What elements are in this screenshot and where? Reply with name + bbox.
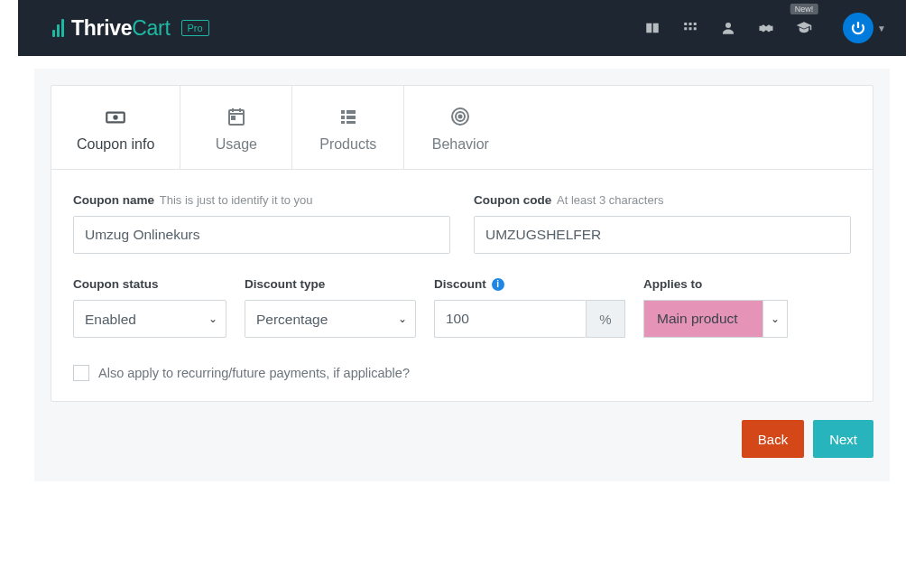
ticket-icon — [77, 106, 154, 127]
chevron-down-icon: ⌄ — [762, 300, 788, 338]
field-coupon-name: Coupon name This is just to identify it … — [73, 193, 450, 254]
svg-rect-1 — [653, 23, 659, 33]
field-coupon-code: Coupon code At least 3 characters — [474, 193, 851, 254]
tab-label: Coupon info — [77, 136, 154, 153]
field-discount: Discount i % — [434, 277, 625, 338]
applies-select[interactable]: Main product ⌄ — [643, 300, 788, 338]
nav-icons: New! ▼ — [644, 13, 886, 43]
percent-addon: % — [586, 300, 625, 338]
applies-value: Main product — [643, 300, 762, 338]
power-button[interactable] — [843, 13, 873, 43]
svg-rect-7 — [694, 27, 697, 30]
svg-point-21 — [459, 116, 462, 118]
svg-rect-16 — [346, 116, 356, 119]
brand-text: ThriveCart — [71, 16, 171, 41]
handshake-icon[interactable] — [758, 20, 774, 36]
recurring-label: Also apply to recurring/future payments,… — [98, 366, 410, 380]
svg-rect-2 — [684, 23, 687, 25]
applies-label: Applies to — [643, 277, 788, 291]
coupon-card: Coupon info Usage Products — [51, 85, 873, 402]
recurring-checkbox-row[interactable]: Also apply to recurring/future payments,… — [73, 365, 851, 381]
brand-name-1: Thrive — [71, 16, 132, 40]
content: Coupon info Usage Products — [34, 69, 890, 481]
svg-rect-3 — [689, 23, 692, 25]
form-body: Coupon name This is just to identify it … — [51, 170, 873, 401]
tab-behavior[interactable]: Behavior — [404, 86, 516, 169]
svg-rect-0 — [646, 23, 651, 33]
svg-rect-17 — [341, 121, 345, 124]
back-button[interactable]: Back — [742, 420, 804, 458]
brand-name-2: Cart — [132, 16, 170, 40]
svg-rect-12 — [232, 117, 235, 119]
svg-point-10 — [115, 116, 117, 118]
new-badge: New! — [790, 4, 818, 14]
status-select[interactable]: Enabled — [73, 300, 226, 338]
coupon-name-label: Coupon name This is just to identify it … — [73, 193, 450, 207]
svg-rect-4 — [694, 23, 697, 25]
brand-logo-icon — [52, 19, 64, 37]
calendar-icon — [206, 106, 266, 127]
topbar: ThriveCart Pro New! — [18, 0, 906, 56]
field-status: Coupon status Enabled ⌄ — [73, 277, 226, 338]
tab-usage[interactable]: Usage — [180, 86, 292, 169]
tab-label: Behavior — [430, 136, 491, 153]
tab-label: Usage — [206, 136, 266, 153]
graduation-icon[interactable]: New! — [796, 20, 812, 36]
layout-columns-icon[interactable] — [644, 20, 661, 36]
field-applies: Applies to Main product ⌄ — [643, 277, 788, 338]
info-icon[interactable]: i — [492, 278, 504, 291]
target-icon — [430, 106, 491, 127]
brand: ThriveCart Pro — [52, 16, 209, 41]
discount-label: Discount i — [434, 277, 625, 291]
status-label: Coupon status — [73, 277, 226, 291]
coupon-code-input[interactable] — [474, 216, 851, 254]
user-icon[interactable] — [720, 20, 736, 36]
grid-icon[interactable] — [682, 20, 698, 36]
svg-rect-18 — [346, 121, 356, 124]
svg-point-8 — [725, 23, 731, 28]
tab-products[interactable]: Products — [292, 86, 404, 169]
type-label: Discount type — [245, 277, 416, 291]
svg-rect-6 — [689, 27, 692, 30]
discount-input[interactable] — [434, 300, 586, 338]
tab-coupon-info[interactable]: Coupon info — [51, 86, 180, 169]
pro-badge: Pro — [181, 20, 209, 36]
svg-rect-5 — [684, 27, 687, 30]
tab-row: Coupon info Usage Products — [51, 86, 873, 170]
field-type: Discount type Percentage ⌄ — [245, 277, 416, 338]
coupon-name-input[interactable] — [73, 216, 450, 254]
coupon-code-label: Coupon code At least 3 characters — [474, 193, 851, 207]
footer-buttons: Back Next — [51, 420, 873, 458]
tab-label: Products — [318, 136, 378, 153]
next-button[interactable]: Next — [813, 420, 873, 458]
list-icon — [318, 106, 378, 127]
checkbox-icon[interactable] — [73, 365, 89, 381]
type-select[interactable]: Percentage — [245, 300, 416, 338]
svg-rect-13 — [341, 110, 345, 114]
svg-rect-14 — [346, 110, 356, 114]
chevron-down-icon[interactable]: ▼ — [877, 23, 886, 33]
svg-rect-15 — [341, 116, 345, 119]
